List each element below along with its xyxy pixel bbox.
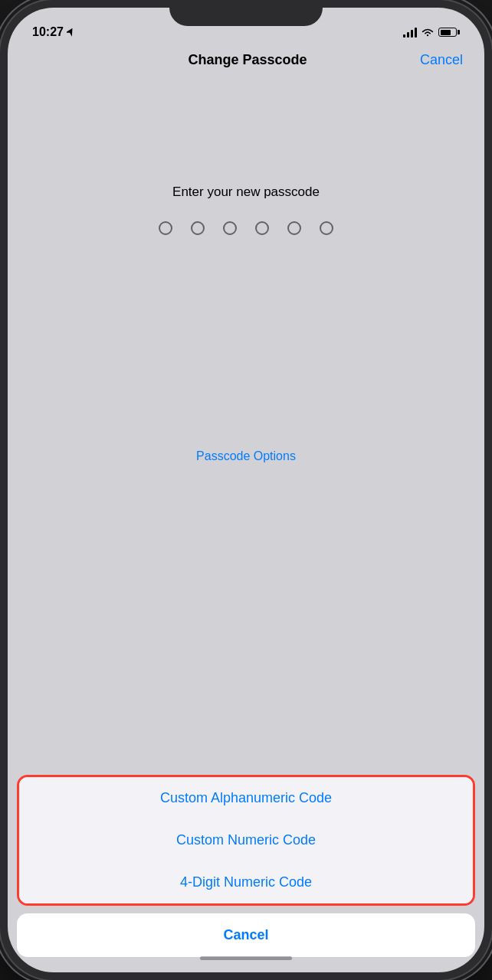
passcode-dot-6	[320, 221, 333, 235]
passcode-options-link[interactable]: Passcode Options	[196, 449, 296, 463]
cancel-nav-button[interactable]: Cancel	[420, 52, 463, 68]
phone-frame: 10:27	[0, 0, 492, 980]
time-label: 10:27	[32, 25, 64, 39]
passcode-dot-3	[223, 221, 237, 235]
signal-icon	[403, 27, 417, 38]
screen: 10:27	[8, 8, 484, 972]
notch	[169, 0, 323, 26]
passcode-dot-5	[287, 221, 301, 235]
nav-bar: Change Passcode Cancel	[8, 46, 484, 77]
passcode-dot-2	[191, 221, 205, 235]
action-numeric-4-label: 4-Digit Numeric Code	[180, 874, 312, 890]
action-cancel-button[interactable]: Cancel	[17, 913, 475, 957]
passcode-dot-4	[255, 221, 269, 235]
page-title: Change Passcode	[188, 52, 307, 68]
action-sheet-container: Custom Alphanumeric Code Custom Numeric …	[8, 775, 484, 972]
home-indicator	[200, 956, 292, 960]
action-sheet: Custom Alphanumeric Code Custom Numeric …	[17, 775, 475, 906]
location-arrow-icon	[67, 28, 74, 37]
status-time: 10:27	[32, 25, 74, 39]
passcode-dots	[159, 221, 333, 235]
action-alphanumeric-label: Custom Alphanumeric Code	[160, 790, 332, 805]
screen-content: 10:27	[8, 8, 484, 972]
wifi-icon	[421, 28, 434, 38]
action-alphanumeric[interactable]: Custom Alphanumeric Code	[19, 777, 473, 819]
passcode-prompt: Enter your new passcode	[172, 185, 320, 200]
action-numeric-custom-label: Custom Numeric Code	[176, 832, 316, 848]
action-numeric-custom[interactable]: Custom Numeric Code	[19, 819, 473, 861]
action-numeric-4[interactable]: 4-Digit Numeric Code	[19, 861, 473, 903]
passcode-dot-1	[159, 221, 172, 235]
battery-icon	[438, 28, 460, 37]
status-icons	[403, 27, 460, 38]
